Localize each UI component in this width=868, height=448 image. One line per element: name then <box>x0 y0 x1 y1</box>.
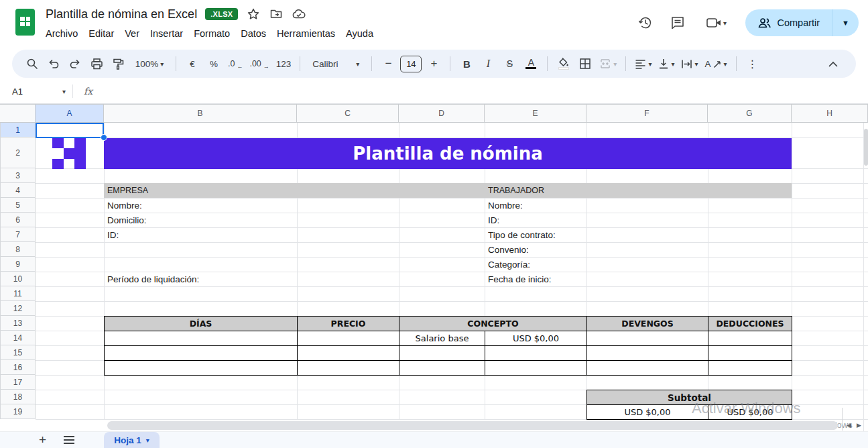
row-header-16[interactable]: 16 <box>0 360 36 375</box>
add-sheet-icon[interactable]: + <box>39 433 46 447</box>
redo-icon[interactable] <box>66 54 84 73</box>
menu-herramientas[interactable]: Herramientas <box>271 27 340 40</box>
borders-button[interactable] <box>576 54 595 73</box>
star-icon[interactable] <box>246 7 261 21</box>
camera-caret-icon[interactable]: ▾ <box>723 19 727 27</box>
menu-editar[interactable]: Editar <box>83 27 119 40</box>
row-header-8[interactable]: 8 <box>0 242 36 257</box>
move-folder-icon[interactable] <box>269 7 284 21</box>
bold-button[interactable]: B <box>457 54 476 73</box>
paint-format-icon[interactable] <box>109 54 127 73</box>
sheet-tab-caret-icon[interactable]: ▾ <box>146 437 149 444</box>
row-header-1[interactable]: 1 <box>0 123 36 137</box>
row-header-12[interactable]: 12 <box>0 301 36 316</box>
menu-archivo[interactable]: Archivo <box>40 27 83 40</box>
text-color-button[interactable]: A <box>521 54 540 73</box>
search-icon[interactable] <box>23 54 42 73</box>
cell-salario-base[interactable]: Salario base <box>399 331 485 346</box>
column-header-D[interactable]: D <box>399 104 485 123</box>
vertical-scrollbar[interactable] <box>864 129 868 166</box>
row-header-13[interactable]: 13 <box>0 316 36 331</box>
row-header-19[interactable]: 19 <box>0 404 36 419</box>
column-header-C[interactable]: C <box>297 104 399 123</box>
menu-insertar[interactable]: Insertar <box>145 27 188 40</box>
document-title[interactable]: Plantilla de nómina en Excel <box>46 7 197 21</box>
percent-format-button[interactable]: % <box>204 54 223 73</box>
table-empty-cell[interactable] <box>297 331 399 346</box>
table-empty-cell[interactable] <box>708 331 792 346</box>
text-wrap-button[interactable]: ▾ <box>679 54 700 73</box>
menu-datos[interactable]: Datos <box>235 27 271 40</box>
row-header-14[interactable]: 14 <box>0 331 36 345</box>
decrease-decimal-button[interactable]: .0← <box>226 54 245 73</box>
table-empty-cell[interactable] <box>485 345 587 361</box>
vertical-align-button[interactable]: ▾ <box>656 54 676 73</box>
table-empty-cell[interactable] <box>104 360 298 376</box>
scroll-left-icon[interactable]: ◀ <box>847 422 851 429</box>
fill-color-button[interactable] <box>554 54 573 73</box>
row-header-11[interactable]: 11 <box>0 286 36 301</box>
selected-cell-a1[interactable] <box>36 123 104 138</box>
column-header-F[interactable]: F <box>586 104 708 123</box>
version-history-icon[interactable] <box>637 14 654 32</box>
row-header-18[interactable]: 18 <box>0 390 36 404</box>
row-header-17[interactable]: 17 <box>0 375 36 390</box>
increase-decimal-button[interactable]: .00→ <box>247 54 271 73</box>
column-header-G[interactable]: G <box>708 104 792 123</box>
meet-camera-icon[interactable]: ▾ <box>701 14 731 32</box>
row-header-10[interactable]: 10 <box>0 272 36 286</box>
cell-salario-valor[interactable]: USD $0,00 <box>485 331 587 346</box>
menu-formato[interactable]: Formato <box>188 27 235 40</box>
row-header-7[interactable]: 7 <box>0 227 36 242</box>
cloud-saved-icon[interactable] <box>292 7 306 21</box>
row-header-9[interactable]: 9 <box>0 257 36 272</box>
increase-font-size-button[interactable]: + <box>424 54 443 73</box>
sheets-logo-icon[interactable] <box>15 9 35 36</box>
all-sheets-menu-icon[interactable] <box>64 436 74 444</box>
sheet-tab-hoja1[interactable]: Hoja 1 ▾ <box>104 432 160 448</box>
table-empty-cell[interactable] <box>485 360 587 376</box>
zoom-select[interactable]: 100% ▾ <box>130 54 169 73</box>
column-header-B[interactable]: B <box>104 104 297 123</box>
table-empty-cell[interactable] <box>399 360 485 376</box>
horizontal-scrollbar[interactable] <box>107 421 838 430</box>
row-header-2[interactable]: 2 <box>0 137 36 168</box>
table-empty-cell[interactable] <box>104 331 298 346</box>
row-header-4[interactable]: 4 <box>0 183 36 198</box>
table-empty-cell[interactable] <box>586 360 708 376</box>
font-size-input[interactable]: 14 <box>400 56 422 72</box>
share-button[interactable]: Compartir <box>745 9 832 36</box>
selection-handle[interactable] <box>101 134 107 141</box>
italic-button[interactable]: I <box>479 54 497 73</box>
column-header-H[interactable]: H <box>792 104 868 123</box>
row-header-15[interactable]: 15 <box>0 345 36 360</box>
text-rotation-button[interactable]: A ▾ <box>702 54 729 73</box>
row-header-3[interactable]: 3 <box>0 168 36 183</box>
more-options-icon[interactable]: ⋮ <box>743 54 762 73</box>
grid-corner[interactable] <box>0 104 36 123</box>
menu-ayuda[interactable]: Ayuda <box>340 27 379 40</box>
table-empty-cell[interactable] <box>586 331 708 346</box>
share-caret-icon[interactable]: ▼ <box>832 19 859 27</box>
table-empty-cell[interactable] <box>104 345 298 361</box>
menu-ver[interactable]: Ver <box>119 27 145 40</box>
table-empty-cell[interactable] <box>297 360 399 376</box>
scroll-right-icon[interactable]: ▶ <box>857 422 861 429</box>
row-header-6[interactable]: 6 <box>0 213 36 227</box>
horizontal-align-button[interactable]: ▾ <box>633 54 654 73</box>
strikethrough-button[interactable]: S <box>500 54 519 73</box>
name-box[interactable]: A1 ▾ <box>0 87 72 97</box>
table-empty-cell[interactable] <box>586 345 708 361</box>
number-format-button[interactable]: 123 <box>274 54 294 73</box>
currency-format-button[interactable]: € <box>183 54 202 73</box>
table-empty-cell[interactable] <box>399 345 485 361</box>
comments-icon[interactable] <box>669 14 686 32</box>
font-family-select[interactable]: Calibri ▾ <box>307 54 365 73</box>
decrease-font-size-button[interactable]: − <box>379 54 397 73</box>
name-box-caret-icon[interactable]: ▾ <box>62 88 66 95</box>
column-header-A[interactable]: A <box>36 104 104 123</box>
row-header-5[interactable]: 5 <box>0 198 36 213</box>
print-icon[interactable] <box>87 54 106 73</box>
table-empty-cell[interactable] <box>297 345 399 361</box>
undo-icon[interactable] <box>44 54 63 73</box>
